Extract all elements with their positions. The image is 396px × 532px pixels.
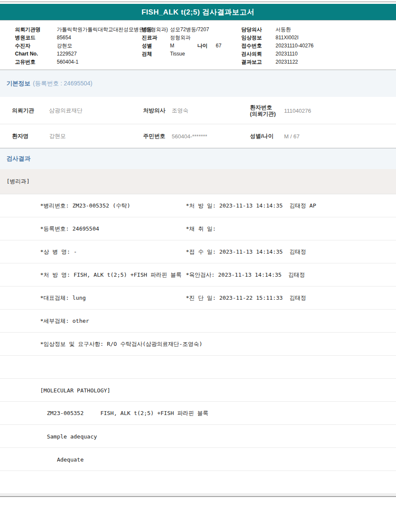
result-row: *상 병 명: - *접 수 일: 2023-11-13 14:14:35 김태… [0, 240, 396, 263]
basic-info-registration-number: (등록번호 : 24695504) [33, 80, 92, 88]
pathology-dept-header: [병리과] [6, 178, 30, 185]
label-sex: 성별 [142, 42, 152, 49]
label-examinee: 수진자 [15, 42, 30, 49]
footer-divider-bar [0, 493, 396, 497]
label-requesting-institution: 의뢰기관명 [15, 26, 41, 33]
value-unique-number: 560404-1 [57, 58, 79, 65]
label-sex-age: 성별/나이 [250, 132, 274, 140]
test-results-section-header: 검사결과 [0, 148, 396, 169]
header-row-3: 수진자 강현모 성별 M 나이 67 접수번호 20231110-40276 [0, 42, 396, 49]
label-clinical-info: 임상정보 [241, 34, 262, 41]
result-sample-adequacy-label: Sample adequacy [40, 433, 97, 439]
value-result-report-date: 20231122 [276, 58, 298, 65]
basic-info-row-1: 의뢰기관 삼광의료재단 처방의사 조영숙 환자번호(의뢰기관) 11104027… [0, 97, 396, 124]
value-examinee: 강현모 [57, 42, 72, 49]
value-clinical-info: 811XI002I [276, 34, 299, 41]
label-resident-number: 주민번호 [143, 132, 165, 140]
result-row: *세부검체: other [0, 310, 396, 333]
result-receipt-date: *접 수 일: 2023-11-13 14:14:35 김태정 [186, 248, 306, 256]
result-row: Adequate [0, 448, 396, 471]
result-prescription-date: *처 방 일: 2023-11-13 14:14:35 김태정 AP [186, 202, 316, 210]
result-molecular-pathology-header: [MOLECULAR PATHOLOGY] [40, 387, 110, 393]
label-referring-org: 의뢰기관 [12, 107, 34, 114]
result-sample-adequacy-value: Adequate [40, 456, 84, 462]
header-row-4: Chart No. 1229527 검체 Tissue 검사의뢰 2023111… [0, 50, 396, 57]
result-row: *대표검체: lung *진 단 일: 2023-11-22 15:11:33 … [0, 286, 396, 310]
result-pathology-number: *병리번호: ZM23-005352 (수탁) [40, 202, 130, 210]
basic-info-title: 기본정보 [6, 80, 30, 88]
value-department: 정형외과 [170, 34, 191, 41]
value-receipt-number: 20231110-40276 [276, 42, 314, 49]
label-attending-doctor: 담당의사 [241, 26, 262, 33]
value-sex-age: M / 67 [284, 133, 299, 139]
label-age: 나이 [197, 42, 208, 49]
header-info-block: 의뢰기관명 가톨릭학원가톨릭대학교대전성모병원(정형외과) 성모72병동/720… [0, 20, 396, 70]
label-patient-number-line1: 환자번호 [250, 104, 276, 111]
result-clinical-info-request: *임상정보 및 요구사항: R/O 수탁검사(삼광의료재단-조영숙) [40, 340, 202, 348]
result-collection-date: *채 취 일: [186, 225, 216, 233]
result-test-item-line: ZM23-005352 FISH, ALK t(2;5) +FISH 파라핀 블… [40, 409, 208, 417]
label-patient-name: 환자명 [12, 132, 29, 140]
value-patient-name: 강현모 [49, 132, 66, 140]
result-primary-specimen: *대표검체: lung [40, 294, 86, 302]
footer-spacer [0, 471, 396, 493]
result-registration-number: *등록번호: 24695504 [40, 225, 99, 233]
label-receipt-number: 접수번호 [241, 42, 262, 49]
header-row-2: 병원코드 85654 진료과 정형외과 임상정보 811XI002I [0, 34, 396, 41]
report-title: FISH_ALK t(2;5) 검사결과보고서 [141, 7, 255, 17]
value-resident-number: 560404-******* [172, 133, 207, 139]
header-row-5: 고유번호 560404-1 결과보고 20231122 [0, 58, 396, 65]
result-row [0, 356, 396, 379]
label-patient-number: 환자번호(의뢰기관) [250, 104, 276, 117]
result-row: Sample adequacy [0, 425, 396, 448]
label-department: 진료과 [142, 34, 157, 41]
value-prescribing-doctor: 조영숙 [172, 107, 188, 114]
label-specimen: 검체 [142, 50, 152, 57]
label-chart-no: Chart No. [15, 50, 38, 57]
value-attending-doctor: 서동환 [276, 26, 291, 33]
test-results-title: 검사결과 [6, 155, 30, 163]
result-row: *임상정보 및 요구사항: R/O 수탁검사(삼광의료재단-조영숙) [0, 333, 396, 356]
label-unique-number: 고유번호 [15, 58, 35, 65]
value-age: 67 [216, 42, 221, 49]
value-ward: 성모72병동/7207 [170, 26, 209, 33]
report-title-bar: FISH_ALK t(2;5) 검사결과보고서 [0, 4, 396, 20]
value-test-request-date: 20231110 [276, 50, 298, 57]
value-chart-no: 1229527 [57, 50, 77, 57]
value-patient-number: 111040276 [284, 107, 311, 114]
label-ward: 병동 [142, 26, 152, 33]
result-gross-exam-date: *육안검사: 2023-11-13 14:14:35 김태정 [186, 271, 305, 279]
result-prescription-name: *처 방 명: FISH, ALK t(2;5) +FISH 파라핀 블록 [40, 271, 182, 279]
result-row: ZM23-005352 FISH, ALK t(2;5) +FISH 파라핀 블… [0, 402, 396, 425]
label-hospital-code: 병원코드 [15, 34, 35, 41]
result-diagnosis-date: *진 단 일: 2023-11-22 15:11:33 김태정 [186, 294, 306, 302]
result-row: *등록번호: 24695504 *채 취 일: [0, 217, 396, 240]
label-patient-number-line2: (의뢰기관) [250, 111, 276, 117]
value-hospital-code: 85654 [57, 34, 71, 41]
label-result-report-date: 결과보고 [241, 58, 262, 65]
result-sub-specimen: *세부검체: other [40, 317, 89, 325]
basic-info-section-header: 기본정보 (등록번호 : 24695504) [0, 70, 396, 97]
result-disease-name: *상 병 명: - [40, 248, 77, 256]
value-specimen: Tissue [170, 50, 185, 57]
pathology-dept-header-row: [병리과] [0, 169, 396, 194]
label-prescribing-doctor: 처방의사 [143, 107, 165, 114]
result-row: *병리번호: ZM23-005352 (수탁) *처 방 일: 2023-11-… [0, 194, 396, 217]
value-sex: M [170, 42, 174, 49]
label-test-request-date: 검사의뢰 [241, 50, 262, 57]
header-row-1: 의뢰기관명 가톨릭학원가톨릭대학교대전성모병원(정형외과) 성모72병동/720… [0, 26, 396, 33]
result-row: [MOLECULAR PATHOLOGY] [0, 379, 396, 402]
basic-info-row-2: 환자명 강현모 주민번호 560404-******* 성별/나이 M / 67 [0, 124, 396, 148]
result-row: *처 방 명: FISH, ALK t(2;5) +FISH 파라핀 블록 *육… [0, 263, 396, 286]
value-referring-org: 삼광의료재단 [49, 107, 82, 114]
